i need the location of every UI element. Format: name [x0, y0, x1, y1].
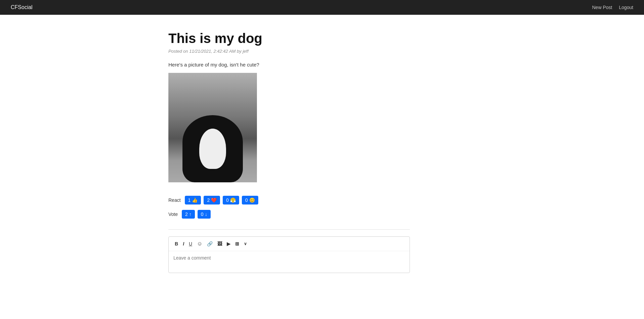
- post-image: [168, 73, 257, 182]
- downvote-arrow: ↓: [205, 212, 207, 217]
- dog-image-inner: [168, 73, 257, 182]
- thumbs-up-reaction[interactable]: 1 👍: [185, 196, 201, 204]
- angry-count: 0: [226, 197, 229, 203]
- bold-button[interactable]: B: [173, 240, 180, 248]
- post-meta: Posted on 11/21/2021, 2:42:42 AM by jeff: [168, 49, 476, 54]
- downvote-button[interactable]: 0 ↓: [198, 210, 211, 219]
- vote-section: Vote 2 ↑ 0 ↓: [168, 210, 476, 219]
- link-button[interactable]: 🔗: [205, 240, 215, 248]
- happy-emoji: 😊: [249, 197, 255, 203]
- react-section: React 1 👍 2 ❤️ 0 😤 0 😊: [168, 196, 476, 204]
- angry-emoji: 😤: [230, 197, 236, 203]
- happy-reaction[interactable]: 0 😊: [242, 196, 258, 204]
- nav-links: New Post Logout: [592, 5, 633, 10]
- upvote-count: 2: [185, 212, 188, 217]
- thumbs-up-count: 1: [188, 197, 191, 203]
- angry-reaction[interactable]: 0 😤: [223, 196, 239, 204]
- comment-input[interactable]: [169, 251, 410, 271]
- new-post-link[interactable]: New Post: [592, 5, 612, 10]
- brand-logo: CFSocial: [11, 4, 33, 10]
- logout-link[interactable]: Logout: [619, 5, 633, 10]
- post-title: This is my dog: [168, 31, 476, 46]
- heart-count: 2: [207, 197, 210, 203]
- more-button[interactable]: ∨: [242, 240, 249, 247]
- emoji-button[interactable]: ☺: [195, 239, 204, 248]
- italic-button[interactable]: I: [181, 240, 186, 248]
- table-button[interactable]: ⊞: [233, 240, 241, 248]
- post-body: Here's a picture of my dog, isn't he cut…: [168, 62, 476, 67]
- video-button[interactable]: ▶: [225, 240, 232, 248]
- section-divider: [168, 229, 410, 230]
- navbar: CFSocial New Post Logout: [0, 0, 644, 15]
- image-button[interactable]: 🖼: [215, 240, 224, 248]
- comment-box: B I U ☺ 🔗 🖼 ▶ ⊞ ∨: [168, 236, 410, 273]
- happy-count: 0: [245, 197, 248, 203]
- main-content: This is my dog Posted on 11/21/2021, 2:4…: [158, 15, 486, 284]
- comment-toolbar: B I U ☺ 🔗 🖼 ▶ ⊞ ∨: [169, 237, 410, 251]
- heart-emoji: ❤️: [211, 197, 217, 203]
- upvote-button[interactable]: 2 ↑: [182, 210, 195, 219]
- upvote-arrow: ↑: [189, 212, 192, 217]
- underline-button[interactable]: U: [187, 240, 194, 248]
- thumbs-up-emoji: 👍: [192, 197, 198, 203]
- react-label: React: [168, 197, 181, 203]
- vote-label: Vote: [168, 212, 178, 217]
- heart-reaction[interactable]: 2 ❤️: [204, 196, 220, 204]
- downvote-count: 0: [201, 212, 204, 217]
